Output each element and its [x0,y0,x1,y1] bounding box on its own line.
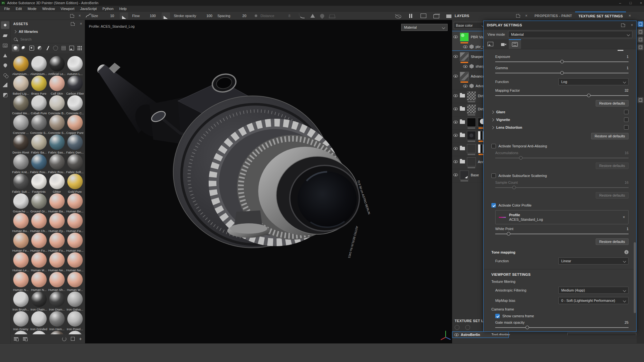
material-item[interactable]: Iron Galva... [66,292,84,311]
material-item[interactable]: Glitter [48,174,66,193]
undock-layers-icon[interactable] [516,14,520,18]
material-item[interactable]: Calf Skin [48,76,66,95]
shading-mode-dropdown[interactable]: Material [401,24,448,31]
maximize-button[interactable]: □ [630,1,632,5]
material-item[interactable]: Human Fe... [12,233,30,252]
layer-visibility-icon[interactable] [453,172,458,177]
eraser-tool-button[interactable] [1,31,9,39]
viewport-3d[interactable]: ASTRO Identoskop Nr 0451 9 12 15 20 [85,20,452,343]
viewport-3d-icon[interactable] [433,14,439,18]
expand-vignette-icon[interactable] [491,118,494,121]
material-item[interactable]: Concrete C... [66,95,84,115]
color-profile-selector[interactable]: Profile ACES_Standard_Log × [495,210,629,224]
restore-defaults-button[interactable]: Restore defaults [596,238,629,245]
material-item[interactable]: Denim Rivet [12,135,30,154]
gamma-slider[interactable] [495,71,629,75]
vignette-checkbox[interactable] [624,117,629,122]
material-item[interactable]: Iron Diam... [48,292,66,311]
lazy-mouse-icon[interactable] [319,13,325,19]
material-item[interactable]: Gold Pure [66,174,84,193]
material-item[interactable]: Human Sh... [48,272,66,292]
material-item[interactable]: Copper Pure [66,115,84,135]
material-item[interactable]: Concrete S... [48,115,66,135]
expand-glare-icon[interactable] [491,110,494,114]
tm-function-dropdown[interactable]: Linear [558,257,629,265]
pressure-icon[interactable] [120,13,128,19]
material-item[interactable]: Brass Pure [30,76,48,95]
layer-visibility-icon[interactable] [453,34,458,39]
white-point-slider[interactable] [495,232,629,236]
projection-tool-button[interactable] [1,41,9,49]
polygon-fill-tool-button[interactable] [1,51,9,59]
mipmap-dropdown[interactable]: 0 - Soft (Lightweight Performance) [558,297,629,304]
search-input[interactable] [20,37,69,42]
close-tab-icon[interactable]: × [626,12,633,20]
material-item[interactable]: Fabric Ba... [30,135,48,154]
falloff-curve-icon[interactable] [299,13,305,18]
material-item[interactable]: Human N... [30,272,48,292]
material-item[interactable]: Fabric Suit ... [12,174,30,193]
material-item[interactable]: Ground Gr... [30,193,48,213]
param-size[interactable]: Size10 [91,12,119,20]
effect-visibility-icon[interactable] [463,44,468,49]
menu-item-mode[interactable]: Mode [25,7,40,11]
close-layers-icon[interactable]: × [525,14,527,18]
smudge-tool-button[interactable] [1,61,9,69]
minimize-button[interactable]: – [619,1,621,5]
material-item[interactable]: Autumn L... [66,56,84,76]
distance-mode-icon[interactable] [255,14,257,17]
material-item[interactable]: Aluminium... [30,56,48,76]
material-item[interactable]: Human Le... [12,252,30,272]
dock-panel-icon[interactable] [621,23,625,27]
restore-defaults-button[interactable]: Restore defaults [596,100,629,107]
perspective-icon[interactable] [446,14,451,18]
effect-visibility-icon[interactable] [463,64,468,69]
clear-profile-icon[interactable]: × [623,215,625,219]
viewport-2d-icon[interactable] [421,14,426,18]
close-panel-icon[interactable]: × [631,23,633,27]
smart-masks-filter-button[interactable] [28,44,35,51]
material-item[interactable]: Coated Me... [12,95,30,115]
history-panel-icon[interactable] [638,44,643,50]
material-item[interactable]: Human Ey... [48,213,66,233]
material-item[interactable]: Iron Grinded [30,311,48,331]
import-resources-icon[interactable] [14,337,18,341]
material-item[interactable]: Human Ne... [66,252,84,272]
material-item[interactable] [30,331,48,334]
gate-mask-slider[interactable] [495,326,629,330]
paint-tool-button[interactable] [1,21,9,29]
camera-settings-tab[interactable] [497,39,509,49]
material-item[interactable] [66,331,84,334]
quick-mask-tool-button[interactable] [1,91,9,99]
menu-item-window[interactable]: Window [39,7,58,11]
brushes-filter-button[interactable] [44,44,52,51]
material-item[interactable]: Fabric Bas... [48,135,66,154]
tab-texture-set-settings[interactable]: TEXTURE SET SETTINGS [575,12,626,20]
material-item[interactable]: Human Fo... [48,233,66,252]
layer-visibility-icon[interactable] [453,120,458,124]
layer-visibility-icon[interactable] [453,159,458,164]
material-item[interactable]: Fabric Knit... [12,154,30,174]
close-button[interactable]: × [640,1,642,5]
materials-filter-button[interactable] [12,44,19,51]
texture-set-visibility-icon[interactable] [455,325,459,330]
material-item[interactable]: Cobalt Pure [30,95,48,115]
layer-visibility-icon[interactable] [453,107,458,111]
grid-view-button[interactable] [76,44,83,51]
menu-item-edit[interactable]: Edit [13,7,25,11]
material-item[interactable]: Iron Grainy [12,311,30,331]
material-item[interactable]: Iron Brush... [12,292,30,311]
environment-settings-tab[interactable] [484,39,497,49]
material-item[interactable]: Concrete B... [48,95,66,115]
layer-visibility-icon[interactable] [453,93,458,98]
material-item[interactable]: Gouache ... [12,193,30,213]
shelf-panel-icon[interactable] [638,97,643,103]
add-library-icon[interactable]: + [79,336,82,341]
material-item[interactable]: Concrete S... [30,115,48,135]
hide-ui-icon[interactable] [395,15,401,18]
restore-all-defaults-button[interactable]: Restore all defaults [591,133,629,139]
alphas-filter-button[interactable] [52,44,59,51]
lens-distortion-checkbox[interactable] [624,125,629,130]
undock-assets-icon[interactable] [71,22,75,26]
param-flow[interactable]: Flow100 [132,12,161,20]
